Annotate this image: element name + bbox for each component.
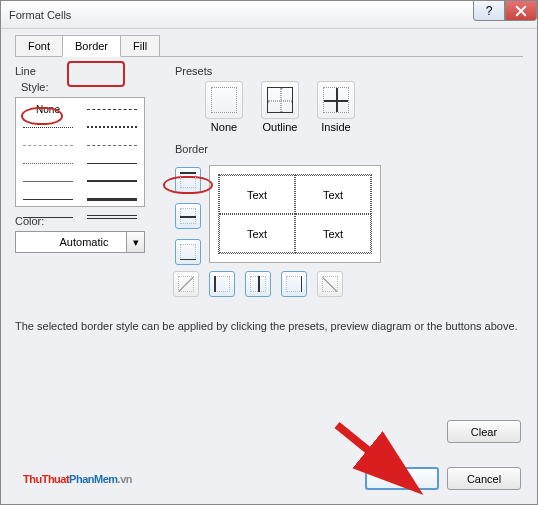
style-none[interactable]: None — [20, 102, 76, 116]
style-option[interactable] — [20, 138, 76, 152]
style-label: Style: — [15, 81, 155, 93]
style-option[interactable] — [20, 174, 76, 188]
preset-inside[interactable]: Inside — [317, 81, 355, 133]
line-style-list[interactable]: None — [15, 97, 145, 207]
content-area: Line Style: None — [15, 57, 523, 297]
preset-none[interactable]: None — [205, 81, 243, 133]
hint-text: The selected border style can be applied… — [15, 319, 523, 334]
border-right-icon — [286, 276, 302, 292]
border-top-icon — [180, 172, 196, 188]
close-button[interactable] — [505, 1, 537, 21]
watermark: ThuThuatPhanMem.vn — [23, 464, 132, 488]
style-option[interactable] — [84, 174, 140, 188]
dialog-body: Font Border Fill Line Style: None — [1, 29, 537, 504]
presets-row: None Outline Inside — [205, 81, 523, 133]
preview-grid: Text Text Text Text — [218, 174, 372, 254]
titlebar: Format Cells ? — [1, 1, 537, 29]
border-diag-up-button[interactable] — [173, 271, 199, 297]
border-top-button[interactable] — [175, 167, 201, 193]
preview-cell: Text — [295, 175, 371, 214]
border-preview[interactable]: Text Text Text Text — [209, 165, 381, 263]
preset-outline[interactable]: Outline — [261, 81, 299, 133]
dialog-footer: Clear OK Cancel — [365, 420, 521, 490]
line-group: Line Style: None — [15, 65, 155, 297]
chevron-down-icon: ▾ — [126, 232, 144, 252]
close-icon — [515, 5, 527, 17]
border-left-button[interactable] — [209, 271, 235, 297]
border-right-button[interactable] — [281, 271, 307, 297]
preset-inside-label: Inside — [321, 121, 350, 133]
tab-strip: Font Border Fill — [15, 35, 523, 57]
line-group-label: Line — [15, 65, 155, 77]
style-option[interactable] — [20, 192, 76, 206]
border-hmid-icon — [180, 208, 196, 224]
clear-button[interactable]: Clear — [447, 420, 521, 443]
style-option[interactable] — [84, 192, 140, 206]
preview-cell: Text — [295, 214, 371, 253]
border-diag-down-button[interactable] — [317, 271, 343, 297]
ok-button[interactable]: OK — [365, 467, 439, 490]
border-vmid-icon — [250, 276, 266, 292]
style-option[interactable] — [84, 138, 140, 152]
preview-cell: Text — [219, 175, 295, 214]
cancel-button[interactable]: Cancel — [447, 467, 521, 490]
window-controls: ? — [473, 1, 537, 21]
style-option[interactable] — [84, 156, 140, 170]
preset-none-icon — [211, 87, 237, 113]
border-side-buttons — [175, 167, 201, 265]
help-button[interactable]: ? — [473, 1, 505, 21]
style-option[interactable] — [84, 120, 140, 134]
preview-cell: Text — [219, 214, 295, 253]
border-group-label: Border — [175, 143, 523, 155]
right-column: Presets None Outline Inside Bord — [155, 65, 523, 297]
style-option[interactable] — [20, 120, 76, 134]
tab-font[interactable]: Font — [15, 35, 63, 56]
border-bottom-icon — [180, 244, 196, 260]
color-dropdown[interactable]: Automatic ▾ — [15, 231, 145, 253]
preset-none-label: None — [211, 121, 237, 133]
border-bottom-buttons — [173, 271, 523, 297]
window-title: Format Cells — [9, 9, 71, 21]
border-left-icon — [214, 276, 230, 292]
style-option[interactable] — [84, 210, 140, 224]
preset-inside-icon — [323, 87, 349, 113]
preset-outline-icon — [267, 87, 293, 113]
preset-outline-label: Outline — [263, 121, 298, 133]
border-area: Text Text Text Text — [175, 159, 523, 265]
border-vmid-button[interactable] — [245, 271, 271, 297]
style-option[interactable] — [84, 102, 140, 116]
diag-down-icon — [322, 276, 338, 292]
presets-group-label: Presets — [175, 65, 523, 77]
color-value: Automatic — [42, 236, 126, 248]
tab-border[interactable]: Border — [62, 35, 121, 57]
border-hmid-button[interactable] — [175, 203, 201, 229]
format-cells-dialog: Format Cells ? Font Border Fill Line Sty… — [0, 0, 538, 505]
diag-up-icon — [178, 276, 194, 292]
border-bottom-button[interactable] — [175, 239, 201, 265]
tab-fill[interactable]: Fill — [120, 35, 160, 56]
style-option[interactable] — [20, 156, 76, 170]
